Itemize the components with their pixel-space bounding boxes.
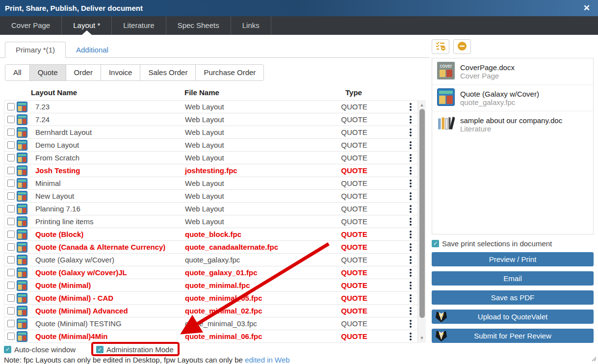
filter-sales-order[interactable]: Sales Order	[140, 65, 195, 80]
layout-name[interactable]: Quote (Minimal) - CAD	[35, 294, 185, 302]
row-menu-kebab-icon[interactable]	[410, 141, 412, 149]
filter-invoice[interactable]: Invoice	[101, 65, 140, 80]
button-label: Upload to QuoteValet	[478, 312, 547, 321]
row-checkbox[interactable]	[7, 269, 15, 276]
save-as-pdf-button[interactable]: Save as PDF	[432, 290, 594, 305]
layout-name[interactable]: Quote (Minimal) Advanced	[35, 307, 185, 315]
row-checkbox[interactable]	[7, 167, 15, 174]
row-checkbox[interactable]	[7, 205, 15, 212]
layout-name[interactable]: New Layout	[35, 192, 185, 200]
selected-document-item[interactable]: sample about our company.docLiterature	[432, 111, 593, 137]
row-menu-kebab-icon[interactable]	[410, 180, 412, 187]
row-menu-kebab-icon[interactable]	[410, 333, 412, 340]
layout-name[interactable]: Quote (Galaxy w/Cover)	[35, 256, 185, 264]
tab-cover-page[interactable]: Cover Page	[0, 16, 62, 35]
subtab-additional[interactable]: Additional	[66, 42, 119, 57]
row-checkbox[interactable]	[7, 294, 15, 302]
scrollbar-thumb[interactable]	[419, 109, 425, 318]
layout-name[interactable]: 7.23	[35, 103, 185, 111]
save-selections-checkbox[interactable]: ✓	[432, 240, 439, 247]
row-checkbox[interactable]	[7, 256, 15, 263]
edited-in-web-link[interactable]: edited in Web	[245, 356, 289, 364]
scroll-down-icon[interactable]: ▼	[418, 335, 426, 341]
filter-order[interactable]: Order	[66, 65, 101, 80]
row-checkbox[interactable]	[7, 180, 15, 187]
row-menu-kebab-icon[interactable]	[410, 282, 412, 289]
tab-links[interactable]: Links	[231, 16, 271, 35]
row-checkbox[interactable]	[7, 231, 15, 238]
layout-name[interactable]: Quote (Galaxy w/Cover)JL	[35, 268, 185, 277]
layout-type: QUOTE	[327, 256, 381, 264]
row-menu-kebab-icon[interactable]	[410, 307, 412, 315]
table-scrollbar[interactable]: ▲ ▼	[417, 100, 426, 343]
tab-literature[interactable]: Literature	[112, 16, 166, 35]
row-menu-kebab-icon[interactable]	[410, 116, 412, 124]
row-menu-kebab-icon[interactable]	[410, 205, 412, 213]
row-checkbox[interactable]	[7, 103, 15, 110]
row-menu-kebab-icon[interactable]	[410, 256, 412, 264]
layout-name[interactable]: Bernhardt Layout	[35, 128, 185, 136]
row-checkbox[interactable]	[7, 307, 15, 314]
filter-purchase-order[interactable]: Purchase Order	[195, 65, 263, 80]
tab-spec-sheets[interactable]: Spec Sheets	[166, 16, 231, 35]
selected-document-item[interactable]: coverCoverPage.docxCover Page	[432, 58, 593, 85]
row-checkbox[interactable]	[7, 282, 15, 289]
upload-to-quotevalet-button[interactable]: Upload to QuoteValet	[432, 310, 594, 324]
row-checkbox[interactable]	[7, 320, 15, 327]
resize-grip-icon[interactable]	[590, 355, 597, 363]
layout-type: QUOTE	[327, 230, 381, 238]
row-checkbox[interactable]	[7, 141, 15, 149]
layout-name[interactable]: Minimal	[35, 179, 185, 187]
layout-type: QUOTE	[327, 319, 381, 328]
row-menu-kebab-icon[interactable]	[410, 269, 412, 277]
row-checkbox[interactable]	[7, 154, 15, 161]
administration-mode-checkbox[interactable]: ✓	[96, 346, 104, 353]
row-checkbox[interactable]	[7, 333, 15, 340]
row-menu-kebab-icon[interactable]	[410, 167, 412, 175]
layout-name[interactable]: Planning 7.16	[35, 205, 185, 213]
row-menu-kebab-icon[interactable]	[410, 218, 412, 226]
submit-for-peer-review-button[interactable]: Submit for Peer Review	[432, 329, 594, 343]
filter-all[interactable]: All	[5, 65, 29, 80]
filter-quote[interactable]: Quote	[29, 65, 66, 80]
close-icon[interactable]: ✕	[580, 3, 593, 13]
subtab-primary-1[interactable]: Primary *(1)	[5, 42, 66, 58]
layout-name[interactable]: Quote (Canada & Alternate Currency)	[35, 243, 185, 251]
row-menu-kebab-icon[interactable]	[410, 103, 412, 111]
layout-name[interactable]: Quote (Block)	[35, 230, 185, 238]
row-checkbox[interactable]	[7, 129, 15, 136]
layout-name[interactable]: Quote (Minimal) TESTING	[35, 319, 185, 328]
scroll-up-icon[interactable]: ▲	[418, 102, 426, 108]
layout-name[interactable]: From Scratch	[35, 154, 185, 162]
row-checkbox[interactable]	[7, 192, 15, 200]
email-button[interactable]: Email	[432, 271, 594, 286]
row-checkbox[interactable]	[7, 116, 15, 123]
row-menu-kebab-icon[interactable]	[410, 243, 412, 251]
layout-name[interactable]: Printing line items	[35, 217, 185, 226]
column-header-layout-name: Layout Name	[31, 88, 184, 100]
row-menu-kebab-icon[interactable]	[410, 294, 412, 302]
selected-document-item[interactable]: Quote (Galaxy w/Cover)quote_galaxy.fpc	[432, 85, 593, 111]
layout-name[interactable]: 7.24	[35, 115, 185, 124]
row-checkbox[interactable]	[7, 218, 15, 225]
table-row: Quote (Minimal) TESTINGquote_minimal_03.…	[4, 317, 425, 330]
preview-print-button[interactable]: Preview / Print	[432, 252, 594, 266]
remove-item-button[interactable]	[453, 39, 471, 54]
row-menu-kebab-icon[interactable]	[410, 320, 412, 328]
row-checkbox[interactable]	[7, 243, 15, 251]
row-menu-kebab-icon[interactable]	[410, 231, 412, 238]
layout-name[interactable]: Quote (Minimal)4Min	[35, 332, 185, 340]
row-menu-kebab-icon[interactable]	[410, 129, 412, 136]
row-menu-kebab-icon[interactable]	[410, 154, 412, 162]
tab-layout[interactable]: Layout *	[62, 16, 112, 35]
layout-name[interactable]: Quote (Minimal)	[35, 281, 185, 289]
layout-icon	[17, 153, 27, 163]
button-label: Preview / Print	[489, 255, 537, 263]
table-row: Demo LayoutWeb LayoutQUOTE	[4, 139, 425, 152]
layout-name[interactable]: Josh Testing	[35, 166, 185, 175]
row-menu-kebab-icon[interactable]	[410, 192, 412, 200]
layout-name[interactable]: Demo Layout	[35, 141, 185, 149]
auto-close-checkbox[interactable]: ✓	[4, 346, 11, 353]
uncheck-all-button[interactable]	[432, 39, 449, 54]
document-title: Quote (Galaxy w/Cover)	[460, 90, 539, 98]
